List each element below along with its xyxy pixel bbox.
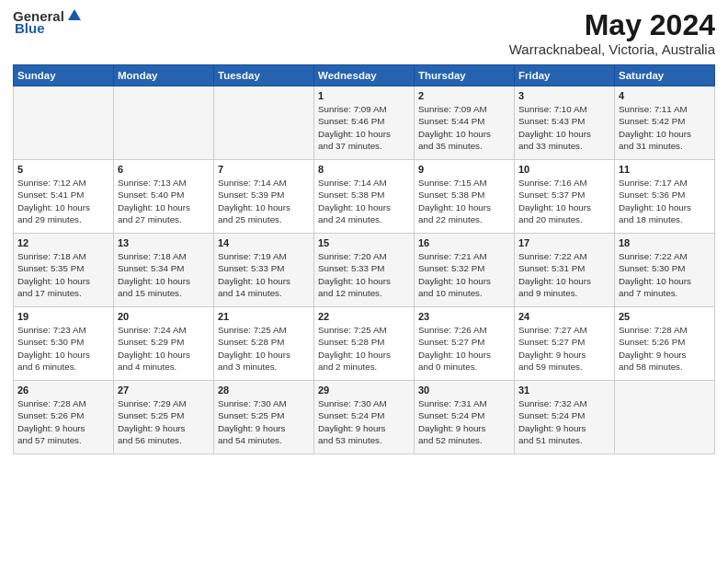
calendar-cell: 22Sunrise: 7:25 AM Sunset: 5:28 PM Dayli… — [314, 307, 415, 381]
day-number: 13 — [118, 237, 210, 248]
cell-content: Sunrise: 7:20 AM Sunset: 5:33 PM Dayligh… — [318, 250, 410, 299]
col-header-friday: Friday — [515, 65, 615, 86]
calendar-cell: 4Sunrise: 7:11 AM Sunset: 5:42 PM Daylig… — [615, 86, 715, 160]
cell-content: Sunrise: 7:25 AM Sunset: 5:28 PM Dayligh… — [218, 324, 310, 373]
day-number: 6 — [118, 164, 210, 175]
day-number: 23 — [418, 311, 510, 322]
day-number: 28 — [218, 385, 310, 396]
day-number: 21 — [218, 311, 310, 322]
calendar-cell — [615, 381, 715, 454]
calendar-cell: 18Sunrise: 7:22 AM Sunset: 5:30 PM Dayli… — [615, 234, 715, 307]
calendar-cell: 9Sunrise: 7:15 AM Sunset: 5:38 PM Daylig… — [415, 160, 515, 234]
day-number: 29 — [318, 385, 410, 396]
logo-arrow-icon — [66, 7, 83, 24]
title-block: May 2024 Warracknabeal, Victoria, Austra… — [509, 9, 715, 57]
calendar-cell: 1Sunrise: 7:09 AM Sunset: 5:46 PM Daylig… — [314, 86, 415, 160]
col-header-tuesday: Tuesday — [214, 65, 314, 86]
cell-content: Sunrise: 7:14 AM Sunset: 5:39 PM Dayligh… — [218, 177, 310, 225]
col-header-monday: Monday — [114, 65, 214, 86]
cell-content: Sunrise: 7:17 AM Sunset: 5:36 PM Dayligh… — [619, 177, 711, 225]
day-number: 27 — [118, 385, 210, 396]
calendar-cell: 26Sunrise: 7:28 AM Sunset: 5:26 PM Dayli… — [14, 381, 114, 454]
day-number: 1 — [318, 90, 410, 101]
cell-content: Sunrise: 7:10 AM Sunset: 5:43 PM Dayligh… — [518, 103, 610, 152]
calendar-cell: 2Sunrise: 7:09 AM Sunset: 5:44 PM Daylig… — [415, 86, 515, 160]
calendar-cell: 28Sunrise: 7:30 AM Sunset: 5:25 PM Dayli… — [214, 381, 314, 454]
col-header-wednesday: Wednesday — [314, 65, 415, 86]
cell-content: Sunrise: 7:15 AM Sunset: 5:38 PM Dayligh… — [418, 177, 510, 225]
calendar-cell: 17Sunrise: 7:22 AM Sunset: 5:31 PM Dayli… — [515, 234, 615, 307]
day-number: 9 — [418, 164, 510, 175]
cell-content: Sunrise: 7:27 AM Sunset: 5:27 PM Dayligh… — [518, 324, 610, 373]
cell-content: Sunrise: 7:21 AM Sunset: 5:32 PM Dayligh… — [418, 250, 510, 299]
day-number: 15 — [318, 237, 410, 248]
cell-content: Sunrise: 7:31 AM Sunset: 5:24 PM Dayligh… — [418, 397, 510, 446]
calendar-cell: 3Sunrise: 7:10 AM Sunset: 5:43 PM Daylig… — [515, 86, 615, 160]
cell-content: Sunrise: 7:23 AM Sunset: 5:30 PM Dayligh… — [17, 324, 109, 373]
day-number: 4 — [619, 90, 711, 101]
cell-content: Sunrise: 7:32 AM Sunset: 5:24 PM Dayligh… — [518, 397, 610, 446]
calendar-cell: 15Sunrise: 7:20 AM Sunset: 5:33 PM Dayli… — [314, 234, 415, 307]
day-number: 8 — [318, 164, 410, 175]
col-header-saturday: Saturday — [615, 65, 715, 86]
calendar-cell: 29Sunrise: 7:30 AM Sunset: 5:24 PM Dayli… — [314, 381, 415, 454]
logo-blue-text: Blue — [15, 21, 45, 37]
day-number: 18 — [619, 237, 711, 248]
day-number: 12 — [17, 237, 109, 248]
day-number: 20 — [118, 311, 210, 322]
calendar-cell: 24Sunrise: 7:27 AM Sunset: 5:27 PM Dayli… — [515, 307, 615, 381]
day-number: 10 — [518, 164, 610, 175]
calendar-cell: 30Sunrise: 7:31 AM Sunset: 5:24 PM Dayli… — [415, 381, 515, 454]
calendar-cell: 14Sunrise: 7:19 AM Sunset: 5:33 PM Dayli… — [214, 234, 314, 307]
logo: General Blue — [13, 9, 83, 36]
cell-content: Sunrise: 7:14 AM Sunset: 5:38 PM Dayligh… — [318, 177, 410, 225]
cell-content: Sunrise: 7:28 AM Sunset: 5:26 PM Dayligh… — [619, 324, 711, 373]
page-subtitle: Warracknabeal, Victoria, Australia — [509, 41, 715, 57]
cell-content: Sunrise: 7:18 AM Sunset: 5:34 PM Dayligh… — [118, 250, 210, 299]
calendar-cell: 8Sunrise: 7:14 AM Sunset: 5:38 PM Daylig… — [314, 160, 415, 234]
calendar-cell — [14, 86, 114, 160]
day-number: 3 — [518, 90, 610, 101]
day-number: 25 — [619, 311, 711, 322]
calendar-cell: 25Sunrise: 7:28 AM Sunset: 5:26 PM Dayli… — [615, 307, 715, 381]
calendar-cell: 5Sunrise: 7:12 AM Sunset: 5:41 PM Daylig… — [14, 160, 114, 234]
day-number: 7 — [218, 164, 310, 175]
day-number: 31 — [518, 385, 610, 396]
cell-content: Sunrise: 7:11 AM Sunset: 5:42 PM Dayligh… — [619, 103, 711, 152]
cell-content: Sunrise: 7:25 AM Sunset: 5:28 PM Dayligh… — [318, 324, 410, 373]
calendar-table: SundayMondayTuesdayWednesdayThursdayFrid… — [13, 64, 715, 454]
week-row-3: 12Sunrise: 7:18 AM Sunset: 5:35 PM Dayli… — [14, 234, 715, 307]
cell-content: Sunrise: 7:26 AM Sunset: 5:27 PM Dayligh… — [418, 324, 510, 373]
calendar-cell: 16Sunrise: 7:21 AM Sunset: 5:32 PM Dayli… — [415, 234, 515, 307]
calendar-cell: 12Sunrise: 7:18 AM Sunset: 5:35 PM Dayli… — [14, 234, 114, 307]
week-row-1: 1Sunrise: 7:09 AM Sunset: 5:46 PM Daylig… — [14, 86, 715, 160]
calendar-cell: 6Sunrise: 7:13 AM Sunset: 5:40 PM Daylig… — [114, 160, 214, 234]
header-row: SundayMondayTuesdayWednesdayThursdayFrid… — [14, 65, 715, 86]
cell-content: Sunrise: 7:12 AM Sunset: 5:41 PM Dayligh… — [17, 177, 109, 225]
day-number: 17 — [518, 237, 610, 248]
day-number: 16 — [418, 237, 510, 248]
cell-content: Sunrise: 7:29 AM Sunset: 5:25 PM Dayligh… — [118, 397, 210, 446]
cell-content: Sunrise: 7:28 AM Sunset: 5:26 PM Dayligh… — [17, 397, 109, 446]
calendar-cell: 11Sunrise: 7:17 AM Sunset: 5:36 PM Dayli… — [615, 160, 715, 234]
cell-content: Sunrise: 7:22 AM Sunset: 5:30 PM Dayligh… — [619, 250, 711, 299]
col-header-thursday: Thursday — [415, 65, 515, 86]
header: General Blue May 2024 Warracknabeal, Vic… — [13, 9, 715, 57]
day-number: 26 — [17, 385, 109, 396]
day-number: 22 — [318, 311, 410, 322]
week-row-5: 26Sunrise: 7:28 AM Sunset: 5:26 PM Dayli… — [14, 381, 715, 454]
cell-content: Sunrise: 7:09 AM Sunset: 5:46 PM Dayligh… — [318, 103, 410, 152]
page: General Blue May 2024 Warracknabeal, Vic… — [0, 0, 728, 563]
cell-content: Sunrise: 7:18 AM Sunset: 5:35 PM Dayligh… — [17, 250, 109, 299]
day-number: 5 — [17, 164, 109, 175]
calendar-cell: 13Sunrise: 7:18 AM Sunset: 5:34 PM Dayli… — [114, 234, 214, 307]
calendar-cell: 7Sunrise: 7:14 AM Sunset: 5:39 PM Daylig… — [214, 160, 314, 234]
cell-content: Sunrise: 7:30 AM Sunset: 5:25 PM Dayligh… — [218, 397, 310, 446]
calendar-cell: 27Sunrise: 7:29 AM Sunset: 5:25 PM Dayli… — [114, 381, 214, 454]
cell-content: Sunrise: 7:13 AM Sunset: 5:40 PM Dayligh… — [118, 177, 210, 225]
cell-content: Sunrise: 7:24 AM Sunset: 5:29 PM Dayligh… — [118, 324, 210, 373]
day-number: 24 — [518, 311, 610, 322]
calendar-cell: 19Sunrise: 7:23 AM Sunset: 5:30 PM Dayli… — [14, 307, 114, 381]
page-title: May 2024 — [509, 9, 715, 41]
calendar-cell — [214, 86, 314, 160]
